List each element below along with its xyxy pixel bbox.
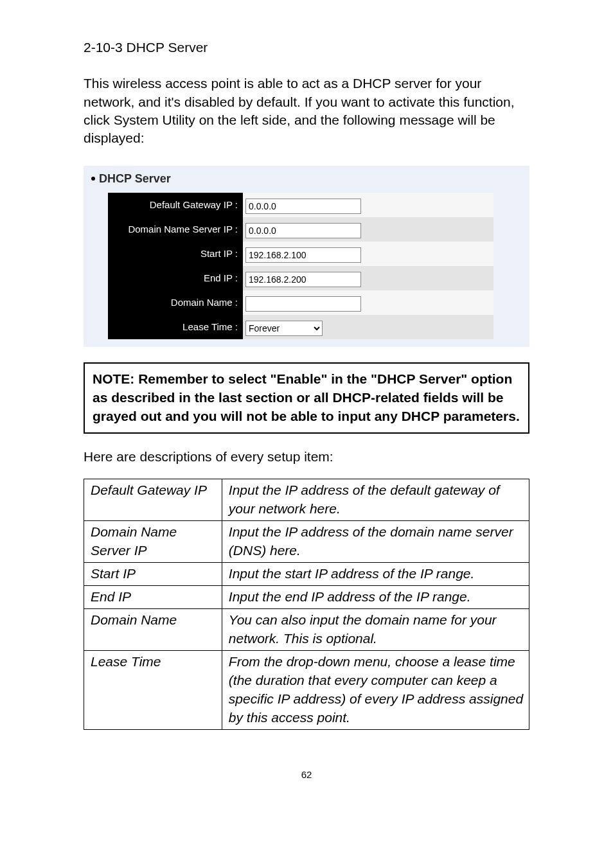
form-row-domain-name: Domain Name : (108, 290, 493, 315)
table-row: Start IP Input the start IP address of t… (84, 563, 529, 586)
cell-lease-time: Forever (243, 315, 493, 339)
desc-text-start-ip: Input the start IP address of the IP ran… (222, 563, 529, 586)
description-intro: Here are descriptions of every setup ite… (84, 448, 529, 466)
cell-start-ip (243, 242, 493, 266)
label-start-ip: Start IP : (108, 242, 243, 266)
desc-label-domain-name: Domain Name (84, 609, 222, 651)
form-row-dns: Domain Name Server IP : (108, 217, 493, 242)
form-row-lease-time: Lease Time : Forever (108, 315, 493, 339)
description-table: Default Gateway IP Input the IP address … (84, 479, 529, 730)
dhcp-form-table: Default Gateway IP : Domain Name Server … (108, 193, 493, 339)
table-row: Lease Time From the drop-down menu, choo… (84, 651, 529, 730)
table-row: End IP Input the end IP address of the I… (84, 586, 529, 609)
page-number: 62 (84, 768, 529, 781)
desc-label-start-ip: Start IP (84, 563, 222, 586)
form-row-start-ip: Start IP : (108, 242, 493, 266)
table-row: Default Gateway IP Input the IP address … (84, 479, 529, 521)
intro-paragraph: This wireless access point is able to ac… (84, 75, 529, 147)
dhcp-header-text: DHCP Server (99, 171, 171, 186)
label-default-gateway: Default Gateway IP : (108, 193, 243, 217)
desc-label-end-ip: End IP (84, 586, 222, 609)
cell-dns (243, 217, 493, 242)
dhcp-panel-header: DHCP Server (90, 171, 523, 186)
note-box: NOTE: Remember to select "Enable" in the… (84, 362, 529, 434)
label-dns: Domain Name Server IP : (108, 217, 243, 242)
default-gateway-input[interactable] (245, 199, 361, 214)
desc-label-lease-time: Lease Time (84, 651, 222, 730)
start-ip-input[interactable] (245, 247, 361, 263)
desc-text-lease-time: From the drop-down menu, choose a lease … (222, 651, 529, 730)
dhcp-server-panel: DHCP Server Default Gateway IP : Domain … (84, 166, 529, 347)
form-row-end-ip: End IP : (108, 266, 493, 290)
domain-name-input[interactable] (245, 296, 361, 312)
dns-input[interactable] (245, 223, 361, 238)
table-row: Domain Name You can also input the domai… (84, 609, 529, 651)
label-lease-time: Lease Time : (108, 315, 243, 339)
desc-text-dns: Input the IP address of the domain name … (222, 521, 529, 563)
end-ip-input[interactable] (245, 272, 361, 287)
cell-default-gateway (243, 193, 493, 217)
desc-text-default-gateway: Input the IP address of the default gate… (222, 479, 529, 521)
label-end-ip: End IP : (108, 266, 243, 290)
label-domain-name: Domain Name : (108, 290, 243, 315)
table-row: Domain Name Server IP Input the IP addre… (84, 521, 529, 563)
desc-label-dns: Domain Name Server IP (84, 521, 222, 563)
section-title: 2-10-3 DHCP Server (84, 39, 529, 57)
cell-domain-name (243, 290, 493, 315)
lease-time-select[interactable]: Forever (245, 321, 323, 336)
cell-end-ip (243, 266, 493, 290)
form-row-default-gateway: Default Gateway IP : (108, 193, 493, 217)
desc-text-domain-name: You can also input the domain name for y… (222, 609, 529, 651)
bullet-icon (91, 177, 95, 181)
desc-text-end-ip: Input the end IP address of the IP range… (222, 586, 529, 609)
desc-label-default-gateway: Default Gateway IP (84, 479, 222, 521)
